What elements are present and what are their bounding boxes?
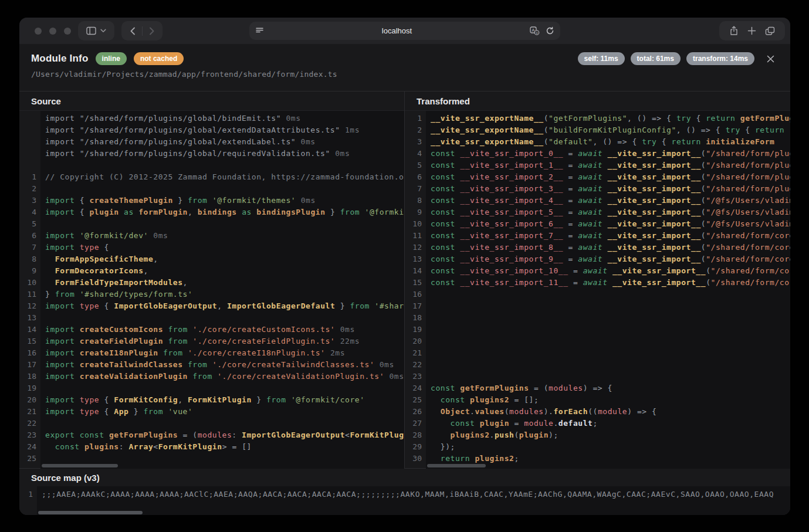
transformed-line-numbers: 1234567891011121314151617181920212223242… <box>405 111 426 469</box>
line-number: 17 <box>405 300 426 312</box>
address-bar[interactable]: localhost A x <box>249 22 560 40</box>
code-line <box>426 300 790 312</box>
back-button[interactable] <box>127 26 138 36</box>
tab-overview-icon[interactable] <box>765 26 775 36</box>
code-line <box>426 289 790 300</box>
line-number: 29 <box>405 441 426 453</box>
reader-icon[interactable] <box>255 27 264 35</box>
reload-icon[interactable] <box>546 26 554 35</box>
line-number: 10 <box>405 218 426 230</box>
code-line <box>426 347 790 359</box>
sidebar-icon <box>86 26 96 35</box>
code-line: import type { ImportGlobEagerOutput, Imp… <box>40 300 404 312</box>
line-number: 15 <box>19 336 40 347</box>
line-number: 3 <box>405 136 426 148</box>
code-line: import createFieldPlugin from './core/cr… <box>40 336 404 347</box>
line-number: 20 <box>19 394 40 406</box>
line-number: 6 <box>19 230 40 242</box>
code-line: export const getFormPlugins = (modules: … <box>40 429 404 441</box>
code-line: import { createThemePlugin } from '@form… <box>40 195 404 206</box>
line-number: 8 <box>405 195 426 206</box>
module-info-header: Module Info inline not cached self: 11ms… <box>19 44 790 91</box>
line-number: 9 <box>405 206 426 218</box>
transformed-code: __vite_ssr_exportName__("getFormPlugins"… <box>426 111 790 469</box>
code-line: const plugins: Array<FormKitPlugin> = [] <box>40 441 404 453</box>
code-line: const getFormPlugins = (modules) => { <box>426 382 790 394</box>
svg-text:x: x <box>536 31 538 35</box>
line-number: 11 <box>405 230 426 242</box>
source-line-numbers: 1234567891011121314151617181920212223242… <box>19 111 40 469</box>
url-text: localhost <box>264 26 530 35</box>
inline-badge: inline <box>96 52 127 65</box>
line-number: 23 <box>405 371 426 382</box>
line-number: 17 <box>19 359 40 371</box>
browser-toolbar: localhost A x <box>19 18 790 44</box>
close-window-button[interactable] <box>35 28 42 35</box>
code-line: import createValidationPlugin from './co… <box>40 371 404 382</box>
code-line: import { plugin as formPlugin, bindings … <box>40 206 404 218</box>
close-panel-button[interactable] <box>766 55 775 63</box>
code-line: Object.values(modules).forEach((module) … <box>426 406 790 418</box>
line-number: 9 <box>19 265 40 277</box>
line-number: 1 <box>19 489 37 500</box>
horizontal-scrollbar[interactable] <box>427 464 486 467</box>
line-number <box>19 124 40 136</box>
line-number: 14 <box>405 265 426 277</box>
line-number: 24 <box>405 382 426 394</box>
translate-icon[interactable]: A x <box>530 26 540 35</box>
source-code: import "/shared/form/plugins/global/bind… <box>40 111 404 469</box>
line-number: 13 <box>19 312 40 324</box>
source-map-section: Source map (v3) 1 ;;;AAEA;AAAkC;AAAA;AAA… <box>19 468 790 515</box>
forward-button[interactable] <box>147 26 157 36</box>
line-number: 15 <box>405 277 426 289</box>
not-cached-badge: not cached <box>134 52 184 65</box>
horizontal-scrollbar[interactable] <box>42 464 118 467</box>
code-line: // Copyright (C) 2012-2025 Zammad Founda… <box>40 171 404 183</box>
code-line <box>40 382 404 394</box>
line-number: 5 <box>405 160 426 171</box>
code-line: import "/shared/form/plugins/global/exte… <box>40 136 404 148</box>
zoom-window-button[interactable] <box>64 28 71 35</box>
code-line: __vite_ssr_exportName__("getFormPlugins"… <box>426 113 790 124</box>
line-number: 25 <box>405 394 426 406</box>
line-number: 12 <box>405 242 426 253</box>
line-number: 21 <box>405 347 426 359</box>
code-line: const __vite_ssr_import_3__ = await __vi… <box>426 183 790 195</box>
line-number: 2 <box>405 124 426 136</box>
line-number: 6 <box>405 171 426 183</box>
code-line <box>426 371 790 382</box>
line-number: 21 <box>19 406 40 418</box>
page-title: Module Info <box>31 53 89 65</box>
share-icon[interactable] <box>729 26 739 36</box>
horizontal-scrollbar[interactable] <box>38 511 143 514</box>
line-number: 20 <box>405 336 426 347</box>
code-line <box>426 312 790 324</box>
line-number: 1 <box>19 171 40 183</box>
line-number: 24 <box>19 441 40 453</box>
toolbar-actions <box>719 21 785 40</box>
code-line: import createI18nPlugin from './core/cre… <box>40 347 404 359</box>
desktop-background: localhost A x <box>0 0 809 532</box>
line-number: 16 <box>405 289 426 300</box>
line-number: 12 <box>19 300 40 312</box>
code-line: const __vite_ssr_import_7__ = await __vi… <box>426 230 790 242</box>
line-number <box>19 148 40 160</box>
code-line: const __vite_ssr_import_6__ = await __vi… <box>426 218 790 230</box>
code-line: import type { FormKitConfig, FormKitPlug… <box>40 394 404 406</box>
sidebar-toggle-button[interactable] <box>78 21 114 40</box>
total-time-badge: total: 61ms <box>631 52 681 65</box>
transformed-panel: Transformed 1234567891011121314151617181… <box>405 92 790 468</box>
code-line: import "/shared/form/plugins/global/requ… <box>40 148 404 160</box>
minimize-window-button[interactable] <box>49 28 56 35</box>
line-number: 11 <box>19 289 40 300</box>
new-tab-icon[interactable] <box>747 26 756 35</box>
line-number: 14 <box>19 324 40 336</box>
code-panels: Source 123456789101112131415161718192021… <box>19 91 790 468</box>
code-line: import "/shared/form/plugins/global/exte… <box>40 124 404 136</box>
code-line <box>40 218 404 230</box>
line-number: 28 <box>405 429 426 441</box>
code-line: const __vite_ssr_import_9__ = await __vi… <box>426 253 790 265</box>
line-number: 7 <box>405 183 426 195</box>
line-number: 10 <box>19 277 40 289</box>
code-line: __vite_ssr_exportName__("buildFormKitPlu… <box>426 124 790 136</box>
